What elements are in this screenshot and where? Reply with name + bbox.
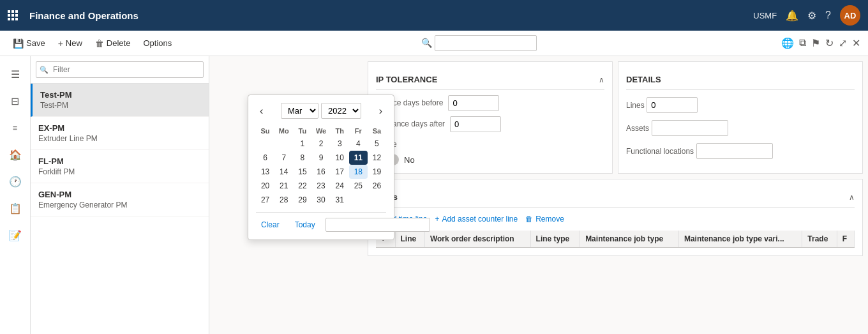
cal-day[interactable]: 7	[274, 151, 293, 165]
help-icon[interactable]: ?	[825, 10, 831, 21]
list-item-id-2: FL-PM	[38, 156, 201, 166]
toolbar-expand-icon[interactable]: ⤢	[839, 37, 847, 49]
side-icon-list[interactable]: ≡	[3, 115, 28, 140]
cal-day[interactable]: 19	[368, 165, 386, 179]
ip-tolerance-panel: IP TOLERANCE ∧ lerance days before Toler…	[368, 61, 613, 174]
cal-day[interactable]: 17	[331, 165, 349, 179]
new-button[interactable]: + New	[53, 36, 87, 51]
cal-day[interactable]: 29	[293, 193, 311, 207]
cal-day[interactable]: 26	[368, 179, 386, 193]
side-icon-hamburger[interactable]: ☰	[3, 61, 28, 87]
func-loc-input[interactable]	[696, 143, 773, 159]
toolbar-copy-icon[interactable]: ⧉	[799, 37, 806, 49]
notification-icon[interactable]: 🔔	[786, 10, 798, 22]
cal-day[interactable]: 25	[349, 179, 368, 193]
list-item-test-pm[interactable]: Test-PM Test-PM	[31, 84, 209, 117]
cal-day[interactable]: 8	[293, 151, 311, 165]
lines-input[interactable]	[647, 97, 698, 113]
list-item-id-0: Test-PM	[40, 90, 201, 100]
cal-day[interactable]: 9	[311, 151, 330, 165]
ip-tolerance-collapse[interactable]: ∧	[599, 75, 604, 84]
active-row: Active	[376, 140, 604, 150]
options-button[interactable]: Options	[138, 36, 177, 50]
user-avatar[interactable]: AD	[840, 5, 860, 26]
cal-day[interactable]: 5	[368, 137, 386, 151]
save-button[interactable]: 💾 Save	[8, 36, 50, 51]
cal-day[interactable]: 18	[349, 165, 368, 179]
cal-clear-button[interactable]: Clear	[256, 218, 285, 232]
cal-day[interactable]: 28	[274, 193, 293, 207]
delete-button[interactable]: 🗑 Delete	[90, 36, 136, 51]
toolbar-globe-icon[interactable]: 🌐	[781, 37, 794, 49]
cal-day[interactable]: 22	[293, 179, 311, 193]
cal-day	[368, 193, 386, 207]
cal-day	[256, 137, 274, 151]
cal-grid: Su Mo Tu We Th Fr Sa 1234567891011121314…	[256, 125, 386, 207]
org-label: USMF	[753, 11, 777, 20]
side-icon-filter[interactable]: ⊟	[3, 88, 28, 114]
cal-day[interactable]: 24	[331, 179, 349, 193]
side-icon-table[interactable]: 📋	[3, 195, 28, 221]
remove-button[interactable]: 🗑 Remove	[525, 213, 564, 225]
cal-day[interactable]: 23	[311, 179, 330, 193]
toolbar-flag-icon[interactable]: ⚑	[811, 37, 820, 49]
cal-day[interactable]: 27	[256, 193, 274, 207]
cal-day[interactable]: 12	[368, 151, 386, 165]
toolbar-search-wrap: 🔍	[421, 35, 537, 51]
cal-today-button[interactable]: Today	[290, 218, 320, 232]
list-item-gen-pm[interactable]: GEN-PM Emergency Generator PM	[31, 183, 209, 216]
cal-day[interactable]: 2	[311, 137, 330, 151]
cal-day[interactable]: 14	[274, 165, 293, 179]
cal-day[interactable]: 15	[293, 165, 311, 179]
remove-icon: 🗑	[525, 215, 533, 224]
cal-year-select[interactable]: 202020212022 20232024	[321, 103, 361, 119]
side-icon-clock[interactable]: 🕐	[3, 169, 28, 194]
cal-prev-button[interactable]: ‹	[256, 104, 267, 118]
cal-day[interactable]: 6	[256, 151, 274, 165]
list-item-id-3: GEN-PM	[38, 190, 201, 199]
cal-day[interactable]: 31	[331, 193, 349, 207]
list-item-ex-pm[interactable]: EX-PM Extruder Line PM	[31, 117, 209, 150]
assets-input[interactable]	[652, 120, 728, 136]
cal-day[interactable]: 13	[256, 165, 274, 179]
filter-input[interactable]	[36, 61, 204, 78]
side-icon-list2[interactable]: 📝	[3, 222, 28, 248]
cal-footer: Clear Today	[256, 212, 386, 232]
cal-day[interactable]: 1	[293, 137, 311, 151]
cal-day[interactable]: 21	[274, 179, 293, 193]
add-asset-counter-line-button[interactable]: + Add asset counter line	[435, 213, 518, 225]
cal-day[interactable]: 11	[349, 151, 368, 165]
lines-col-wo-desc: Work order description	[424, 231, 530, 248]
tolerance-after-input[interactable]	[450, 116, 501, 132]
details-title: DETAILS	[626, 75, 661, 84]
cal-day[interactable]: 30	[311, 193, 330, 207]
cal-date-input[interactable]	[326, 218, 430, 232]
cal-day[interactable]: 4	[349, 137, 368, 151]
new-icon: +	[58, 38, 63, 49]
settings-icon[interactable]: ⚙	[807, 10, 816, 22]
search-input[interactable]	[435, 35, 537, 51]
toolbar-close-icon[interactable]: ✕	[852, 37, 860, 49]
list-item-fl-pm[interactable]: FL-PM Forklift PM	[31, 150, 209, 183]
cal-day[interactable]: 20	[256, 179, 274, 193]
list-items: Test-PM Test-PM EX-PM Extruder Line PM F…	[31, 84, 209, 334]
toolbar: 💾 Save + New 🗑 Delete Options 🔍 🌐 ⧉ ⚑ ↻ …	[0, 31, 868, 56]
cal-day[interactable]: 16	[311, 165, 330, 179]
lines-collapse-icon[interactable]: ∧	[849, 193, 855, 202]
toolbar-refresh-icon[interactable]: ↻	[825, 37, 834, 49]
cal-day	[349, 193, 368, 207]
cal-next-button[interactable]: ›	[375, 104, 386, 118]
lines-table-wrap: ✓ Line Work order description Line type …	[376, 231, 855, 248]
app-grid-icon[interactable]	[8, 10, 18, 20]
cal-day[interactable]: 10	[331, 151, 349, 165]
cal-header-sa: Sa	[368, 125, 386, 137]
cal-header-mo: Mo	[274, 125, 293, 137]
tolerance-before-input[interactable]	[448, 95, 499, 111]
nav-right: USMF 🔔 ⚙ ? AD	[753, 5, 860, 26]
lines-section-header: Lines ∧	[376, 187, 855, 208]
toolbar-right-icons: 🌐 ⧉ ⚑ ↻ ⤢ ✕	[781, 37, 860, 49]
cal-day[interactable]: 3	[331, 137, 349, 151]
cal-month-select[interactable]: JanFebMar AprMayJun JulAugSep OctNovDec	[281, 103, 318, 119]
toggle-wrap: No	[376, 154, 604, 165]
side-icon-home[interactable]: 🏠	[3, 142, 28, 167]
